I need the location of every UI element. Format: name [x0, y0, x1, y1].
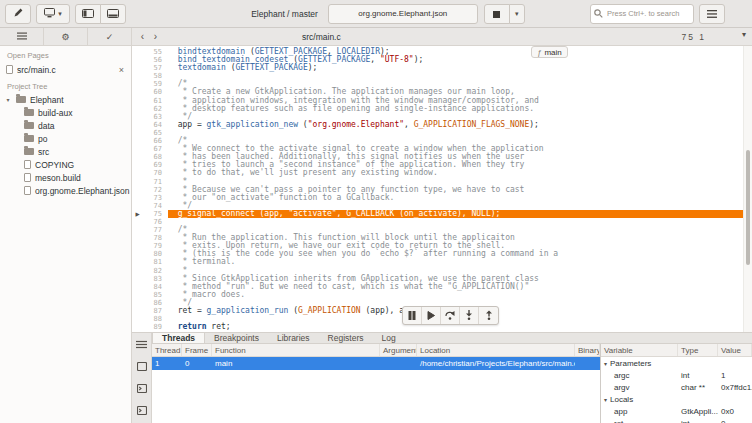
gutter[interactable]: ▶75 — [132, 210, 168, 218]
menu-button[interactable] — [699, 4, 725, 24]
variable-row[interactable]: argvchar **0x7ffdc1... — [601, 381, 752, 393]
gutter[interactable]: 86 — [132, 299, 168, 307]
tree-item[interactable]: org.gnome.Elephant.json — [0, 184, 131, 197]
sidebar-tab-checks[interactable]: ✓ — [88, 28, 131, 45]
gutter[interactable]: 63 — [132, 113, 168, 121]
toggle-left-panel-button[interactable] — [75, 4, 101, 24]
editor-perspective-button[interactable] — [5, 4, 31, 24]
gutter[interactable]: 55 — [132, 48, 168, 56]
gutter[interactable]: 66 — [132, 137, 168, 145]
panel-tab-registers[interactable]: Registers — [319, 333, 373, 343]
gutter[interactable]: 82 — [132, 267, 168, 275]
code-line[interactable]: 64 app = gtk_application_new ("org.gnome… — [132, 121, 743, 129]
tree-item[interactable]: build-aux — [0, 106, 131, 119]
continue-button[interactable] — [422, 307, 441, 324]
expander-icon[interactable]: ▾ — [4, 96, 12, 103]
omnibar[interactable]: org.gnome.Elephant.json — [328, 4, 478, 24]
threads-column-header[interactable]: Binary — [575, 344, 600, 356]
device-selector-button[interactable]: ▾ — [36, 4, 70, 24]
scrollbar-thumb[interactable] — [746, 150, 750, 265]
dock-terminal-2-button[interactable] — [135, 404, 149, 417]
expander-icon[interactable]: ▾ — [604, 397, 607, 403]
panel-tab-threads[interactable]: Threads — [152, 333, 205, 343]
panel-tab-breakpoints[interactable]: Breakpoints — [205, 333, 268, 343]
gutter[interactable]: 56 — [132, 56, 168, 64]
gutter[interactable]: 84 — [132, 283, 168, 291]
threads-column-header[interactable]: Arguments — [380, 344, 417, 356]
variable-row[interactable]: argcint1 — [601, 369, 752, 381]
variables-column-header[interactable]: Type — [678, 344, 718, 356]
gutter[interactable]: 64 — [132, 121, 168, 129]
stop-button[interactable] — [484, 4, 510, 24]
pause-button[interactable] — [403, 307, 422, 324]
search-input[interactable] — [590, 4, 694, 24]
gutter[interactable]: 80 — [132, 250, 168, 258]
forward-button[interactable]: › — [149, 29, 162, 45]
gutter[interactable]: 67 — [132, 145, 168, 153]
threads-column-header[interactable]: Location — [417, 344, 575, 356]
variables-column-header[interactable]: Value — [718, 344, 752, 356]
panel-tab-log[interactable]: Log — [372, 333, 404, 343]
editor-menu-button[interactable]: ▾ — [742, 30, 746, 39]
tree-item[interactable]: data — [0, 119, 131, 132]
gutter[interactable]: 61 — [132, 97, 168, 105]
gutter[interactable]: 77 — [132, 226, 168, 234]
gutter[interactable]: 87 — [132, 307, 168, 315]
gutter[interactable]: 70 — [132, 169, 168, 177]
code-line[interactable]: 73 * our "on_activate" function to a GCa… — [132, 194, 743, 202]
code-line[interactable]: ▶75 g_signal_connect (app, "activate", G… — [132, 210, 743, 218]
panel-tab-libraries[interactable]: Libraries — [268, 333, 319, 343]
back-button[interactable]: ‹ — [136, 29, 149, 45]
gutter[interactable]: 59 — [132, 80, 168, 88]
sidebar-tab-build[interactable]: ⚙ — [44, 28, 88, 45]
gutter[interactable]: 71 — [132, 178, 168, 186]
gutter[interactable]: 60 — [132, 88, 168, 96]
close-icon[interactable]: × — [118, 65, 125, 75]
gutter[interactable]: 73 — [132, 194, 168, 202]
threads-column-header[interactable]: Frame — [182, 344, 212, 356]
gutter[interactable]: 58 — [132, 72, 168, 80]
gutter[interactable]: 69 — [132, 161, 168, 169]
dock-terminal-1-button[interactable] — [135, 382, 149, 395]
tree-item[interactable]: src — [0, 145, 131, 158]
open-page-item[interactable]: src/main.c× — [0, 62, 131, 77]
code-line[interactable]: 57 textdomain (GETTEXT_PACKAGE); — [132, 64, 743, 72]
symbol-menu[interactable]: ƒ main — [531, 46, 568, 58]
sidebar-tab-pages[interactable] — [0, 28, 44, 45]
code-line[interactable]: 62 * desktop features such as file openi… — [132, 105, 743, 113]
gutter[interactable]: 72 — [132, 186, 168, 194]
expander-icon[interactable]: ▾ — [604, 361, 607, 367]
project-menu-button[interactable]: Elephant / master — [247, 4, 322, 24]
variable-row[interactable]: appGtkAppli...0x0 — [601, 405, 752, 417]
gutter[interactable]: 78 — [132, 234, 168, 242]
gutter[interactable]: 81 — [132, 258, 168, 266]
variable-group-row[interactable]: ▾Parameters — [601, 357, 752, 369]
thread-row[interactable]: 10main/home/christian/Projects/Elephant/… — [152, 357, 600, 370]
gutter[interactable]: 88 — [132, 315, 168, 323]
variables-column-header[interactable]: Variable — [601, 344, 678, 356]
gutter[interactable]: 65 — [132, 129, 168, 137]
code-line[interactable]: 76 — [132, 218, 743, 226]
gutter[interactable]: 62 — [132, 105, 168, 113]
dock-debugger-button[interactable] — [135, 338, 149, 351]
tree-item[interactable]: COPYING — [0, 158, 131, 171]
code-line[interactable]: 65 — [132, 129, 743, 137]
gutter[interactable]: 76 — [132, 218, 168, 226]
toggle-bottom-panel-button[interactable] — [100, 4, 126, 24]
gutter[interactable]: 57 — [132, 64, 168, 72]
threads-column-header[interactable]: Function — [212, 344, 380, 356]
variable-group-row[interactable]: ▾Locals — [601, 393, 752, 405]
tree-item[interactable]: meson.build — [0, 171, 131, 184]
code-area[interactable]: 55 bindtextdomain (GETTEXT_PACKAGE, LOCA… — [132, 48, 743, 331]
editor-scrollbar[interactable] — [743, 46, 752, 332]
variable-row[interactable]: retint0 — [601, 417, 752, 423]
code-line[interactable]: 58 — [132, 72, 743, 80]
code-line[interactable]: 85 * macro does. — [132, 291, 743, 299]
dock-output-button[interactable] — [135, 360, 149, 373]
code-line[interactable]: 81 * terminal. — [132, 258, 743, 266]
tree-item[interactable]: po — [0, 132, 131, 145]
step-out-button[interactable] — [479, 307, 498, 324]
step-over-button[interactable] — [441, 307, 460, 324]
run-menu-button[interactable]: ▾ — [509, 4, 525, 24]
gutter[interactable]: 83 — [132, 275, 168, 283]
